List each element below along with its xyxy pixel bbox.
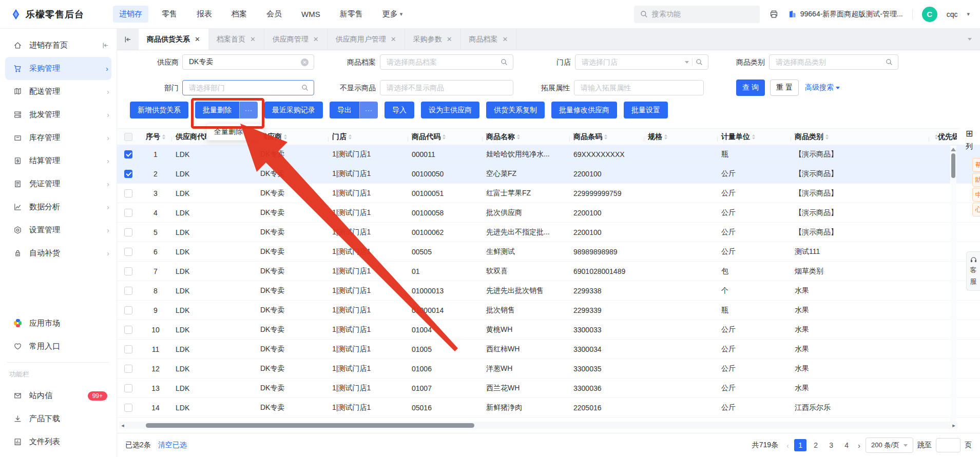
page-number-1[interactable]: 1	[794, 439, 806, 451]
table-row[interactable]: 4LDKDK专卖1|测试门店100100058批次供应商2200100公斤【演示…	[117, 203, 980, 223]
scroll-right-icon[interactable]: ▸	[950, 422, 957, 429]
sidebar-item-4[interactable]: 库存管理›	[0, 126, 117, 149]
toolbar-button-5[interactable]: 设为主供应商	[421, 102, 479, 118]
customer-service-float[interactable]: 客服	[966, 251, 980, 291]
table-row[interactable]: 9LDKDK专卖1|测试门店101000014批次销售2299339瓶水果	[117, 301, 980, 320]
row-checkbox[interactable]	[124, 306, 132, 314]
row-checkbox[interactable]	[124, 209, 132, 217]
row-checkbox[interactable]	[124, 189, 132, 197]
column-header-8[interactable]: 计量单位	[717, 132, 791, 142]
row-checkbox[interactable]	[124, 170, 132, 178]
page-size-select[interactable]: 200 条/页	[866, 438, 913, 453]
table-row[interactable]: 11LDKDK专卖1|测试门店101005西红柿WH3300034公斤水果	[117, 340, 980, 359]
scroll-left-icon[interactable]: ◂	[119, 422, 126, 429]
help-center-char-2[interactable]: 中	[972, 188, 980, 202]
sidebar-item-8[interactable]: 设置管理›	[0, 218, 117, 242]
tab-3[interactable]: 供应商用户管理✕	[328, 29, 405, 50]
topnav-item-6[interactable]: 新零售	[334, 6, 369, 23]
company-selector[interactable]: 99664-新界面商超版测试-管理...	[788, 10, 903, 19]
topnav-item-7[interactable]: 更多▾	[376, 6, 409, 23]
chevron-down-icon[interactable]	[685, 61, 689, 64]
column-header-0[interactable]: 序号	[140, 132, 171, 142]
horizontal-scroll-thumb[interactable]	[146, 423, 474, 428]
sidebar-item-9[interactable]: 自动补货›	[0, 242, 117, 265]
search-icon[interactable]	[886, 58, 893, 66]
search-icon[interactable]	[501, 58, 508, 66]
category-input[interactable]	[769, 54, 898, 70]
sidebar-item-3[interactable]: 批发管理›	[0, 103, 117, 126]
column-header-5[interactable]: 商品名称	[482, 132, 569, 142]
column-header-2[interactable]: 供应商	[256, 132, 328, 142]
toolbar-button-8[interactable]: 批量设置	[624, 102, 668, 118]
user-menu-chevron-down-icon[interactable]: ▾	[967, 11, 970, 17]
tab-collapse-icon[interactable]	[117, 29, 139, 50]
page-number-3[interactable]: 3	[825, 439, 837, 451]
tab-close-icon[interactable]: ✕	[313, 35, 319, 43]
column-header-3[interactable]: 门店	[328, 132, 408, 142]
search-icon[interactable]	[696, 58, 703, 66]
tab-close-icon[interactable]: ✕	[447, 35, 452, 43]
tab-close-icon[interactable]: ✕	[195, 35, 200, 43]
supplier-input[interactable]: ✕	[182, 54, 314, 70]
sidebar-item-1[interactable]: 采购管理›	[5, 57, 111, 80]
page-number-2[interactable]: 2	[810, 439, 822, 451]
tab-close-icon[interactable]: ✕	[503, 35, 508, 43]
table-row[interactable]: 8LDKDK专卖1|测试门店101000013先进先出批次销售2299338个水…	[117, 281, 980, 301]
extended-attr-input[interactable]	[574, 80, 704, 95]
select-all-checkbox[interactable]	[124, 133, 132, 141]
table-row[interactable]: 5LDKDK专卖1|测试门店100100062先进先出不指定批...220010…	[117, 223, 980, 242]
sidebar-item-0[interactable]: 进销存首页	[0, 34, 117, 57]
tab-4[interactable]: 采购参数✕	[405, 29, 461, 50]
advanced-search-link[interactable]: 高级搜索	[805, 80, 840, 96]
toolbar-button-3[interactable]: 导出	[330, 102, 359, 118]
menu-item-delete-all[interactable]: 全量删除	[214, 127, 243, 136]
department-placeholder[interactable]	[188, 83, 298, 92]
table-row[interactable]: 1LDKDK专卖1|测试门店1000011娃哈哈饮用纯净水...69XXXXXX…	[117, 145, 980, 164]
product-archive-input[interactable]	[380, 54, 513, 70]
printer-icon[interactable]	[769, 9, 779, 19]
hidden-products-input[interactable]	[380, 80, 513, 95]
tab-2[interactable]: 供应商管理✕	[264, 29, 328, 50]
vertical-scroll-thumb[interactable]	[951, 153, 955, 178]
column-settings[interactable]: ⊞ 列	[960, 129, 978, 151]
department-input[interactable]	[182, 80, 314, 95]
search-icon[interactable]	[301, 84, 309, 91]
topnav-item-0[interactable]: 进销存	[113, 6, 148, 23]
help-center-char-0[interactable]: 帮	[972, 158, 980, 172]
scroll-up-icon[interactable]	[951, 148, 956, 151]
table-row[interactable]: 14LDKDK专卖1|测试门店105016新鲜猪浄肉2205016公斤江西乐尔乐	[117, 398, 980, 418]
column-grid-icon[interactable]: ⊞	[966, 129, 973, 138]
category-placeholder[interactable]	[775, 57, 882, 67]
query-button[interactable]: 查 询	[736, 80, 765, 96]
column-header-7[interactable]: 规格	[644, 132, 717, 142]
topnav-item-1[interactable]: 零售	[156, 6, 183, 23]
avatar[interactable]: C	[922, 7, 937, 22]
toolbar-button-4[interactable]: 导入	[385, 102, 414, 118]
column-header-4[interactable]: 商品代码	[408, 132, 482, 142]
row-checkbox[interactable]	[124, 345, 132, 353]
column-header-6[interactable]: 商品条码	[569, 132, 644, 142]
tab-0[interactable]: 商品供货关系✕	[139, 29, 208, 50]
jump-page-input[interactable]	[936, 438, 960, 452]
toolbar-button-0[interactable]: 新增供货关系	[130, 102, 188, 118]
topnav-item-3[interactable]: 档案	[225, 6, 253, 23]
row-checkbox[interactable]	[124, 267, 132, 275]
row-checkbox[interactable]	[124, 228, 132, 236]
hidden-products-placeholder[interactable]	[386, 83, 508, 92]
store-select[interactable]	[575, 54, 708, 70]
help-center-char-3[interactable]: 心	[972, 203, 980, 216]
toolbar-more-icon-1[interactable]: ···	[239, 102, 258, 118]
tabbar-overflow-chevron-down-icon[interactable]	[968, 29, 980, 50]
product-archive-placeholder[interactable]	[386, 57, 497, 67]
column-header-11[interactable]: 优先级	[929, 132, 957, 142]
global-search-input[interactable]: 搜索功能	[634, 6, 760, 23]
row-checkbox[interactable]	[124, 287, 132, 295]
topnav-item-4[interactable]: 会员	[260, 6, 288, 23]
supplier-value[interactable]	[188, 57, 298, 67]
row-checkbox[interactable]	[124, 326, 132, 334]
horizontal-scrollbar[interactable]: ◂ ▸	[119, 422, 957, 429]
page-number-4[interactable]: 4	[840, 439, 853, 451]
sidebar-tool-1[interactable]: 产品下载	[0, 407, 117, 430]
toolbar-button-2[interactable]: 最近采购记录	[264, 102, 323, 118]
tab-5[interactable]: 商品档案✕	[461, 29, 517, 50]
